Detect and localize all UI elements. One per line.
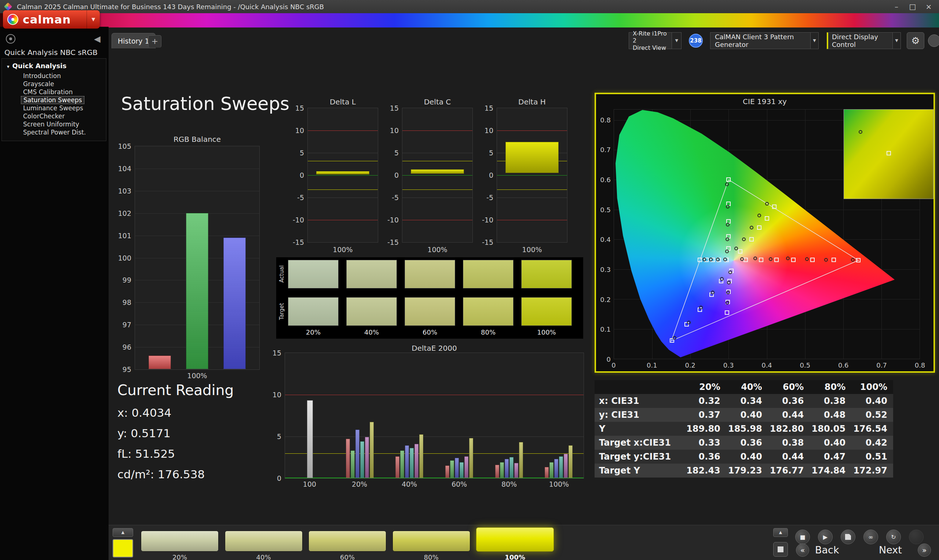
- close-button[interactable]: ×: [920, 0, 937, 13]
- swatch-label: 40%: [256, 554, 271, 560]
- sidebar-item-spectral-power-dist-[interactable]: Spectral Power Dist.: [21, 128, 88, 136]
- deltae-bar: [554, 459, 558, 478]
- meter-dropdown[interactable]: X-Rite i1Pro 2 Direct View ▼: [629, 32, 682, 49]
- add-tab-button[interactable]: +: [148, 35, 161, 48]
- x-tick-label: 60%: [452, 480, 467, 488]
- y-tick-label: 95: [122, 365, 131, 374]
- rgb-balance-title: RGB Balance: [135, 135, 260, 144]
- x-tick-label: 40%: [402, 480, 417, 488]
- target-swatch-100%: [521, 297, 572, 326]
- current-reading-cdm2: cd/m²: 176.538: [117, 468, 205, 481]
- save-button[interactable]: [841, 529, 856, 544]
- extra-transport-button[interactable]: [909, 529, 924, 544]
- y-tick-label: 104: [118, 165, 131, 172]
- pattern-window-button[interactable]: [773, 542, 788, 557]
- pattern-swatch-100%[interactable]: 100%: [476, 528, 554, 560]
- delta-c-title: Delta C: [402, 97, 473, 106]
- next-chevron-button[interactable]: »: [918, 543, 931, 557]
- swatch-column-label: 40%: [346, 328, 397, 336]
- sidebar-item-colorchecker[interactable]: ColorChecker: [21, 112, 67, 120]
- chevron-down-icon[interactable]: ▼: [810, 32, 818, 49]
- pattern-swatch-40%[interactable]: 40%: [225, 528, 302, 560]
- target-point: [772, 205, 777, 209]
- sidebar-item-luminance-sweeps[interactable]: Luminance Sweeps: [21, 104, 85, 112]
- table-cell: 0.32: [685, 394, 726, 408]
- y-tick-label: 0.6: [600, 175, 611, 183]
- pattern-swatch-20%[interactable]: 20%: [141, 528, 219, 560]
- deltae-bar: [450, 460, 454, 478]
- deltae-bar: [360, 441, 364, 478]
- calman-logo-menu[interactable]: calman ▼: [3, 10, 100, 29]
- pattern-swatch-80%[interactable]: 80%: [392, 528, 470, 560]
- transport-controls: ■ ▶ ∞ ↻: [795, 529, 924, 544]
- next-button[interactable]: Next: [879, 543, 902, 557]
- tree-expand-icon[interactable]: ▾: [7, 62, 9, 71]
- x-tick-label: 80%: [501, 480, 517, 488]
- table-cell: 176.77: [768, 464, 810, 477]
- minimize-button[interactable]: –: [888, 0, 905, 13]
- settings-gear-button[interactable]: ⚙: [907, 32, 924, 49]
- deltae-bar: [459, 462, 464, 478]
- target-point: [810, 258, 815, 262]
- display-control-dropdown[interactable]: Direct Display Control ▼: [827, 32, 901, 49]
- loop-button[interactable]: ∞: [863, 529, 878, 544]
- tree-root-quick-analysis[interactable]: ▾Quick Analysis: [2, 62, 106, 72]
- pattern-generator-dropdown[interactable]: CalMAN Client 3 Pattern Generator ▼: [710, 32, 819, 49]
- sidebar-item-introduction[interactable]: Introduction: [21, 72, 63, 80]
- sidebar-collapse-icon[interactable]: ◀: [94, 34, 100, 44]
- back-button[interactable]: Back: [815, 543, 839, 557]
- deltae-bar: [549, 462, 554, 478]
- pattern-swatch-60%[interactable]: 60%: [308, 528, 386, 560]
- pattern-up-button[interactable]: ▲: [113, 528, 133, 537]
- sidebar-item-saturation-sweeps[interactable]: Saturation Sweeps: [21, 96, 84, 104]
- y-tick-label: 10: [390, 126, 399, 134]
- delta-value-bar: [411, 169, 464, 174]
- y-tick-label: 15: [295, 104, 304, 112]
- delta-h-title: Delta H: [496, 97, 567, 106]
- refresh-button[interactable]: ↻: [886, 529, 901, 544]
- deltae-bar: [395, 456, 399, 478]
- current-reading-y: y: 0.5171: [117, 426, 171, 440]
- maximize-button[interactable]: □: [905, 0, 920, 13]
- rgb-bar-green: [186, 213, 208, 369]
- measured-point: [723, 258, 727, 261]
- ref-line: [497, 220, 567, 220]
- play-button[interactable]: ▶: [818, 529, 833, 544]
- loop-icon: ∞: [868, 534, 873, 541]
- session-icon[interactable]: [6, 34, 15, 44]
- deltae-bar: [495, 465, 499, 478]
- play-icon: ▶: [823, 534, 828, 541]
- back-chevron-button[interactable]: «: [796, 543, 809, 557]
- swatch-column-label: 100%: [521, 328, 572, 336]
- table-row-label: Target x:CIE31: [595, 436, 685, 450]
- rgb-bar-red: [148, 355, 171, 369]
- swatch-label: 20%: [173, 554, 187, 560]
- logo-caret-down-icon[interactable]: ▼: [86, 10, 100, 29]
- y-tick-label: 10: [273, 391, 281, 399]
- toolbar-knob-button[interactable]: [928, 34, 939, 47]
- sidebar-item-grayscale[interactable]: Grayscale: [21, 80, 56, 88]
- cie-y-axis: 00.10.20.30.40.50.60.70.8: [597, 109, 611, 359]
- chevron-down-icon[interactable]: ▼: [672, 32, 681, 49]
- calman-wordmark: calman: [23, 13, 71, 26]
- delta-value-bar: [316, 171, 369, 174]
- swatch-color: [392, 531, 470, 552]
- table-header-40%: 40%: [726, 380, 768, 394]
- deltae-bar: [464, 456, 469, 478]
- table-cell: 0.40: [726, 408, 768, 422]
- measured-point: [742, 237, 746, 241]
- measured-point: [726, 205, 729, 209]
- sidebar-item-screen-uniformity[interactable]: Screen Uniformity: [21, 120, 82, 128]
- swatch-column-label: 20%: [288, 328, 339, 336]
- swatch-color: [141, 531, 219, 552]
- deltae-bar: [400, 451, 404, 478]
- chevron-down-icon[interactable]: ▼: [893, 32, 900, 49]
- deltae-bar: [410, 448, 414, 478]
- sidebar-item-cms-calibration[interactable]: CMS Calibration: [21, 88, 75, 96]
- stop-button[interactable]: ■: [795, 529, 810, 544]
- target-row-label: Target: [278, 297, 286, 326]
- ref-line: [402, 153, 472, 153]
- swatch-color: [308, 531, 386, 552]
- ref-line: [497, 189, 567, 190]
- transport-up-button[interactable]: ▲: [773, 528, 788, 537]
